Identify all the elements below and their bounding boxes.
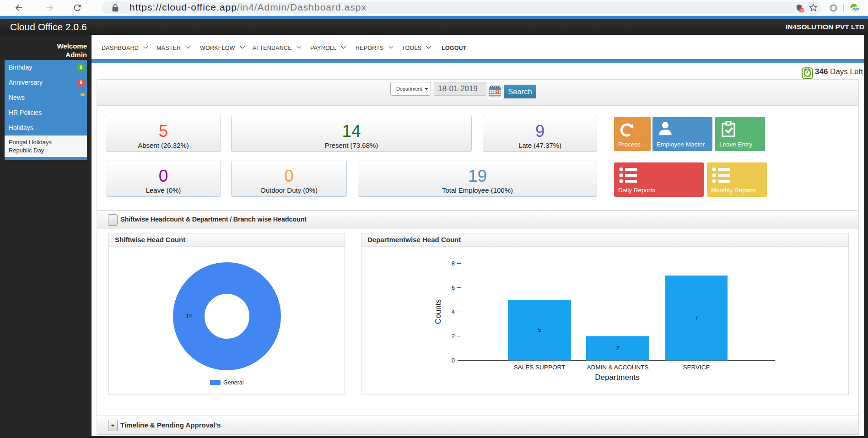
svg-text:Departments: Departments [595, 373, 639, 382]
svg-text:4: 4 [452, 308, 455, 315]
svg-text:SALES SUPPORT: SALES SUPPORT [514, 364, 565, 371]
svg-text:ADMIN & ACCOUNTS: ADMIN & ACCOUNTS [587, 364, 648, 371]
svg-text:0: 0 [452, 357, 455, 364]
svg-text:7: 7 [695, 315, 698, 321]
svg-text:IN4: IN4 [852, 7, 859, 11]
svg-text:8: 8 [452, 260, 455, 267]
svg-text:6: 6 [452, 284, 455, 291]
svg-text:14: 14 [186, 313, 192, 319]
svg-text:5: 5 [538, 327, 541, 333]
svg-text:2: 2 [616, 345, 620, 351]
svg-text:Counts: Counts [434, 299, 442, 324]
svg-text:General: General [223, 379, 243, 386]
svg-text:SERVICE: SERVICE [683, 364, 710, 371]
svg-text:2: 2 [452, 333, 455, 340]
